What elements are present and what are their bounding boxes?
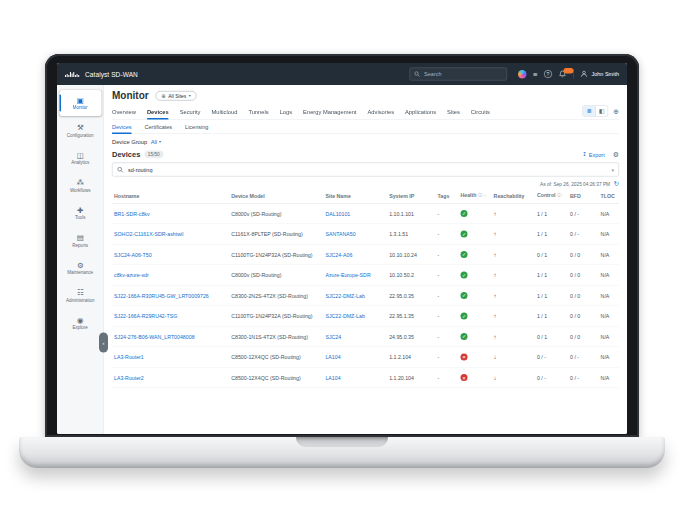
monitor-tab[interactable]: Tunnels [248, 106, 268, 120]
table-row[interactable]: SOHO2-C1161X-SDR-ashtwil C1161X-8PLTEP (… [112, 224, 619, 245]
task-list-icon[interactable]: ≡ [533, 70, 537, 78]
monitor-tab[interactable]: Sites [447, 106, 460, 120]
sidebar-item[interactable]: ✚ Tools [59, 200, 101, 226]
global-search-input[interactable] [423, 71, 503, 78]
table-row[interactable]: SJ22-166A-R30RU45-GW_LRT0009726 C8300-2N… [112, 285, 619, 306]
refresh-icon[interactable]: ↻ [614, 181, 619, 188]
device-hostname-link[interactable]: BR1-SDR-c8kv [114, 211, 150, 217]
devices-search-input[interactable] [127, 166, 608, 173]
monitor-tab[interactable]: Advisories [367, 106, 394, 120]
laptop-base-notch [296, 437, 388, 447]
sidebar-item[interactable]: ⚙ Maintenance [59, 255, 101, 281]
monitor-tab[interactable]: Energy Management [303, 106, 356, 120]
table-row[interactable]: BR1-SDR-c8kv C8000v (SD-Routing) DAL1010… [112, 203, 619, 224]
monitor-tab[interactable]: Devices [147, 106, 169, 120]
search-options-icon[interactable]: ▾ [611, 167, 614, 173]
monitor-tab[interactable]: Logs [280, 106, 292, 120]
sidebar-item[interactable]: ⚒ Configuration [59, 118, 101, 144]
sidebar-collapse-handle[interactable]: ‹ [99, 333, 108, 353]
device-hostname-link[interactable]: SJ22-166A-R30RU45-GW_LRT0009726 [114, 293, 209, 299]
tags: - [436, 347, 459, 368]
monitor-tab[interactable]: Circuits [471, 106, 490, 120]
device-hostname-link[interactable]: SOHO2-C1161X-SDR-ashtwil [114, 231, 183, 237]
tags: - [436, 306, 459, 327]
table-row[interactable]: c8kv-azure-sdr C8000v (SD-Routing) Azure… [112, 265, 619, 286]
device-hostname-link[interactable]: SJ22-166A-R29RU42-TSG [114, 313, 177, 319]
table-row[interactable]: SJ22-166A-R29RU42-TSG C1100TG-1N24P32A (… [112, 306, 619, 327]
device-hostname-link[interactable]: SJ24-276-B06-WAN_LRT0048008 [114, 334, 195, 340]
site-name-link[interactable]: LA104 [325, 375, 340, 381]
topbar: Catalyst SD-WAN ≡ ? [57, 63, 627, 85]
sidebar-item-icon: ☷ [77, 289, 84, 297]
table-row[interactable]: SJ24-276-B06-WAN_LRT0048008 C8300-1N1S-4… [112, 326, 619, 347]
control-connections: 0 / - [535, 367, 568, 388]
column-header[interactable]: BFD [568, 188, 599, 203]
sidebar-item[interactable]: ◉ Explore [59, 310, 101, 336]
monitor-tab[interactable]: Applications [405, 106, 436, 120]
column-header[interactable]: Health ⓘ ↑ [458, 188, 491, 203]
sidebar-item[interactable]: ▣ Monitor [59, 90, 101, 116]
table-row[interactable]: SJC24-A06-T50 C1100TG-1N24P32A (SD-Routi… [112, 244, 619, 265]
help-icon[interactable]: ? [544, 70, 552, 78]
site-name-link[interactable]: DAL10101 [325, 211, 350, 217]
device-model: C8300-1N1S-4T2X (SD-Routing) [229, 326, 323, 347]
notifications-bell[interactable] [558, 70, 566, 78]
devices-search[interactable]: ▾ [112, 163, 619, 177]
sidebar: ‹ ▣ Monitor ⚒ Configuration ◫ [57, 85, 104, 434]
system-ip: 1.1.20.104 [387, 367, 435, 388]
control-connections: 0 / 1 [535, 326, 568, 347]
site-name-link[interactable]: LA104 [325, 354, 340, 360]
sidebar-item-label: Administration [66, 298, 95, 303]
user-avatar-icon [580, 70, 588, 78]
devices-subtab[interactable]: Licensing [185, 120, 208, 134]
site-name-link[interactable]: SJC24 [325, 334, 341, 340]
site-name-link[interactable]: SANTANA50 [325, 231, 355, 237]
column-header[interactable]: Control ⓘ [535, 188, 568, 203]
globe-icon[interactable]: ⊕ [613, 107, 619, 115]
global-search[interactable] [410, 68, 508, 81]
device-hostname-link[interactable]: LA3-Router2 [114, 375, 144, 381]
monitor-tab[interactable]: Security [180, 106, 201, 120]
bfd-sessions: 0 / 0 [568, 326, 599, 347]
device-hostname-link[interactable]: SJC24-A06-T50 [114, 252, 152, 258]
ai-assistant-icon[interactable] [518, 70, 527, 79]
column-header[interactable]: Site Name [323, 188, 387, 203]
column-header[interactable]: Device Model [229, 188, 323, 203]
site-name-link[interactable]: SJC22-DMZ-Lab [325, 293, 364, 299]
site-name-link[interactable]: SJC22-DMZ-Lab [325, 313, 364, 319]
main-content: Monitor ⊕ All Sites ▾ Overview [104, 85, 627, 434]
monitor-tab[interactable]: Overview [112, 106, 136, 120]
search-icon [117, 166, 124, 173]
column-header[interactable]: Tags [436, 188, 459, 203]
column-header[interactable]: TLOC [599, 188, 619, 203]
export-button[interactable]: ↧ Export [582, 151, 605, 158]
user-menu[interactable]: John Smith [580, 70, 619, 78]
column-header[interactable]: System IP [387, 188, 435, 203]
column-header-icons: ⓘ ↑ [478, 193, 486, 198]
device-model: C8500-12X4QC (SD-Routing) [229, 347, 323, 368]
list-view-button[interactable]: ≣ [583, 106, 595, 116]
site-name-link[interactable]: SJC24-A06 [325, 252, 352, 258]
sidebar-item[interactable]: ▤ Reports [59, 228, 101, 254]
sidebar-item[interactable]: ☷ Administration [59, 283, 101, 309]
site-scope-selector[interactable]: ⊕ All Sites ▾ [156, 91, 197, 101]
device-hostname-link[interactable]: LA3-Router1 [114, 354, 144, 360]
table-row[interactable]: LA3-Router2 C8500-12X4QC (SD-Routing) LA… [112, 367, 619, 388]
column-header[interactable]: Hostname [112, 188, 229, 203]
map-view-button[interactable]: ◧ [595, 106, 608, 116]
site-name-link[interactable]: Azure-Europe-SDR [325, 272, 370, 278]
sidebar-item[interactable]: ◫ Analytics [59, 145, 101, 171]
monitor-tab[interactable]: Multicloud [211, 106, 237, 120]
table-settings-gear-icon[interactable]: ⚙ [613, 150, 619, 158]
bfd-sessions: 0 / 0 [568, 265, 599, 286]
sidebar-item[interactable]: ⁂ Workflows [59, 173, 101, 199]
device-hostname-link[interactable]: c8kv-azure-sdr [114, 272, 149, 278]
device-group-selector[interactable]: All ▾ [151, 139, 161, 145]
devices-subtab[interactable]: Devices [112, 120, 132, 134]
tloc: N/A [599, 265, 619, 286]
system-ip: 1.10.1.101 [387, 203, 435, 224]
column-header[interactable]: Reachability [492, 188, 535, 203]
device-model: C8000v (SD-Routing) [229, 265, 323, 286]
devices-subtab[interactable]: Certificates [145, 120, 173, 134]
table-row[interactable]: LA3-Router1 C8500-12X4QC (SD-Routing) LA… [112, 347, 619, 368]
